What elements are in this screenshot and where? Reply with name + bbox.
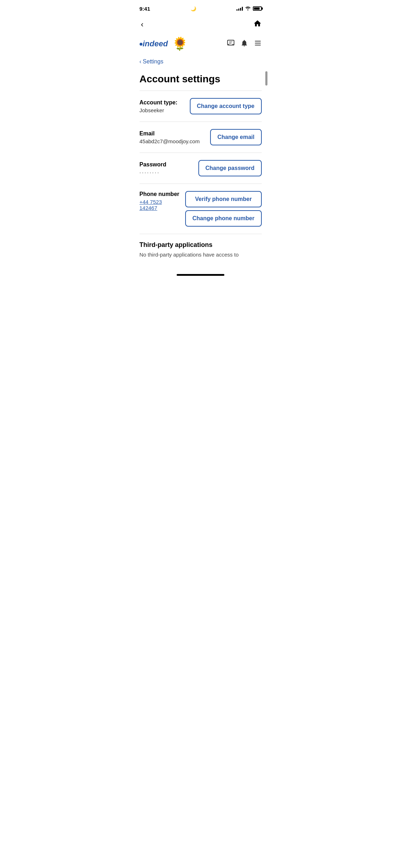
status-time: 9:41 bbox=[140, 6, 150, 12]
svg-rect-3 bbox=[255, 45, 261, 45]
svg-rect-2 bbox=[255, 43, 261, 43]
page-title: Account settings bbox=[134, 71, 267, 91]
email-label: Email bbox=[140, 130, 206, 137]
third-party-description: No third-party applications have access … bbox=[140, 251, 262, 258]
home-bar bbox=[177, 274, 224, 276]
account-type-info: Account type: Jobseeker bbox=[140, 99, 186, 113]
indeed-logo: indeed bbox=[140, 39, 168, 48]
header-icons bbox=[227, 39, 262, 49]
email-value: 45abd2c7@moodjoy.com bbox=[140, 138, 206, 144]
third-party-section: Third-party applications No third-party … bbox=[134, 234, 267, 264]
password-label: Password bbox=[140, 161, 194, 168]
home-indicator bbox=[134, 271, 267, 277]
verify-phone-button[interactable]: Verify phone number bbox=[185, 191, 261, 207]
account-type-value: Jobseeker bbox=[140, 107, 186, 113]
nav-bar: ‹ bbox=[134, 16, 267, 33]
back-arrow-icon: ‹ bbox=[140, 58, 141, 65]
settings-back-link[interactable]: ‹ Settings bbox=[140, 58, 262, 65]
phone-number-section: Phone number +44 7523 142467 Verify phon… bbox=[134, 184, 267, 234]
third-party-title: Third-party applications bbox=[140, 241, 262, 249]
signal-icon bbox=[236, 6, 243, 11]
account-type-label: Account type: bbox=[140, 99, 186, 106]
menu-icon[interactable] bbox=[254, 39, 262, 49]
status-icons bbox=[236, 5, 262, 12]
password-value: ········ bbox=[140, 169, 194, 175]
notifications-icon[interactable] bbox=[240, 39, 248, 49]
change-password-button[interactable]: Change password bbox=[198, 160, 262, 176]
email-section: Email 45abd2c7@moodjoy.com Change email bbox=[134, 122, 267, 153]
nav-back-button[interactable]: ‹ bbox=[140, 19, 145, 31]
password-info: Password ········ bbox=[140, 161, 194, 175]
phone-value-link[interactable]: +44 7523 142467 bbox=[140, 199, 181, 211]
phone-label: Phone number bbox=[140, 191, 181, 197]
battery-icon bbox=[253, 6, 262, 11]
password-section: Password ········ Change password bbox=[134, 153, 267, 184]
status-bar: 9:41 🌙 bbox=[134, 0, 267, 16]
app-header: indeed 🌻 bbox=[134, 33, 267, 56]
sunflower-avatar: 🌻 bbox=[172, 36, 188, 51]
scroll-indicator bbox=[265, 71, 267, 86]
settings-breadcrumb[interactable]: ‹ Settings bbox=[134, 56, 267, 71]
phone-action-buttons: Verify phone number Change phone number bbox=[185, 191, 261, 227]
email-info: Email 45abd2c7@moodjoy.com bbox=[140, 130, 206, 144]
messages-icon[interactable] bbox=[227, 39, 235, 49]
change-phone-button[interactable]: Change phone number bbox=[185, 210, 261, 227]
change-account-type-button[interactable]: Change account type bbox=[190, 98, 262, 114]
settings-link-label: Settings bbox=[143, 58, 163, 65]
phone-info: Phone number +44 7523 142467 bbox=[140, 191, 181, 211]
nav-home-button[interactable] bbox=[253, 19, 262, 30]
svg-rect-1 bbox=[255, 41, 261, 41]
moon-icon: 🌙 bbox=[191, 6, 196, 11]
wifi-icon bbox=[245, 5, 251, 12]
account-type-section: Account type: Jobseeker Change account t… bbox=[134, 91, 267, 122]
change-email-button[interactable]: Change email bbox=[210, 129, 261, 145]
